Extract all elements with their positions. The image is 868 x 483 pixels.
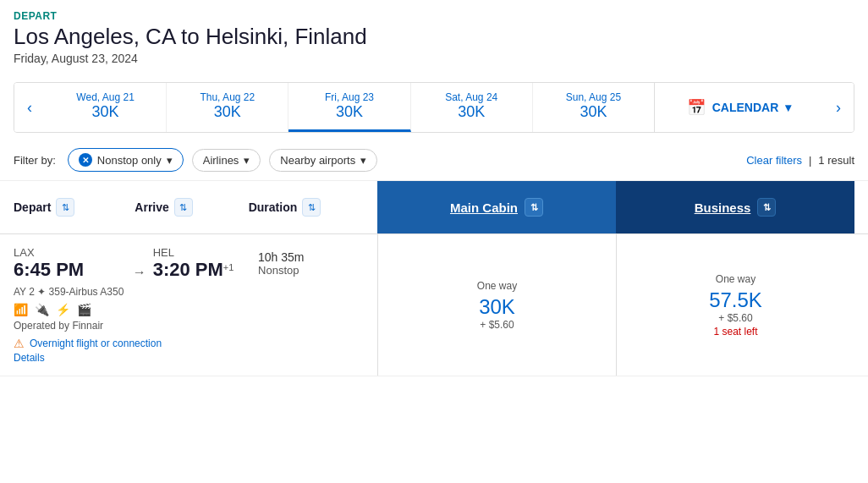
usb-icon: ⚡ xyxy=(56,303,70,316)
details-link[interactable]: Details xyxy=(14,352,377,364)
main-cabin-label: Main Cabin xyxy=(450,200,518,215)
flight-arrive-block: HEL 3:20 PM+1 xyxy=(153,246,258,281)
arrive-day-offset: +1 xyxy=(223,262,234,272)
nearby-airports-dropdown-icon: ▾ xyxy=(360,154,366,167)
business-price-points: 57.5K xyxy=(709,288,762,312)
separator: | xyxy=(809,154,811,167)
flight-row: LAX 6:45 PM → HEL 3:20 PM+1 10h 35m Nons… xyxy=(0,234,868,376)
amenity-icons: 📶 🔌 ⚡ 🎬 xyxy=(14,303,377,316)
date-cell-price-2: 30K xyxy=(292,103,406,121)
flight-duration-block: 10h 35m Nonstop xyxy=(258,250,377,277)
date-cell-label-2: Fri, Aug 23 xyxy=(292,91,406,103)
filter-bar: Filter by: ✕ Nonstop only ▾ Airlines ▾ N… xyxy=(0,140,868,181)
date-cell-price-3: 30K xyxy=(415,103,529,121)
date-cell-label-1: Thu, Aug 22 xyxy=(170,91,284,103)
flight-meta: AY 2 ✦ 359-Airbus A350 xyxy=(14,286,377,298)
date-cell-price-0: 30K xyxy=(48,103,162,121)
business-price-cash: + $5.60 xyxy=(718,312,752,324)
airlines-dropdown[interactable]: Airlines ▾ xyxy=(192,149,261,172)
clear-filters-link[interactable]: Clear filters xyxy=(746,154,802,167)
depart-time: 6:45 PM xyxy=(14,259,126,281)
arrow-icon: → xyxy=(133,265,146,280)
duration-sort-button[interactable]: ⇅ xyxy=(302,198,321,217)
airlines-label: Airlines xyxy=(203,154,239,167)
prev-date-button[interactable]: ‹ xyxy=(14,83,45,132)
remove-nonstop-icon[interactable]: ✕ xyxy=(79,153,92,167)
main-cabin-price-cell[interactable]: One way 30K + $5.60 xyxy=(377,234,616,376)
duration-col-label: Duration xyxy=(249,200,298,214)
depart-airport-code: LAX xyxy=(14,246,126,259)
nonstop-chip-label: Nonstop only xyxy=(97,154,162,167)
arrive-time: 3:20 PM xyxy=(153,259,223,280)
clear-filters-area: Clear filters | 1 result xyxy=(746,154,854,167)
nonstop-chip[interactable]: ✕ Nonstop only ▾ xyxy=(68,148,184,172)
main-cabin-price-points: 30K xyxy=(479,295,515,319)
route-date: Friday, August 23, 2024 xyxy=(0,52,868,75)
date-cell-1[interactable]: Thu, Aug 22 30K xyxy=(167,83,288,132)
depart-label: DEPART xyxy=(0,0,868,24)
flight-main-row: LAX 6:45 PM → HEL 3:20 PM+1 10h 35m Nons… xyxy=(14,246,377,281)
business-label: Business xyxy=(695,200,751,215)
flight-nonstop: Nonstop xyxy=(258,264,377,277)
business-sort-button[interactable]: ⇅ xyxy=(757,198,776,217)
price-cells: One way 30K + $5.60 One way 57.5K + $5.6… xyxy=(377,234,854,376)
flight-duration: 10h 35m xyxy=(258,250,377,264)
date-cell-4[interactable]: Sun, Aug 25 30K xyxy=(533,83,654,132)
depart-sort-button[interactable]: ⇅ xyxy=(56,198,74,217)
warning-icon: ⚠ xyxy=(14,337,25,350)
date-cell-3[interactable]: Sat, Aug 24 30K xyxy=(411,83,533,132)
flight-depart-block: LAX 6:45 PM xyxy=(14,246,126,281)
airlines-dropdown-icon: ▾ xyxy=(244,154,250,167)
arrive-time-container: 3:20 PM+1 xyxy=(153,259,258,281)
arrive-airport-code: HEL xyxy=(153,246,258,259)
result-count: 1 result xyxy=(818,154,854,167)
next-date-button[interactable]: › xyxy=(823,83,854,132)
arrive-sort-button[interactable]: ⇅ xyxy=(174,198,193,217)
date-cell-label-3: Sat, Aug 24 xyxy=(415,91,529,103)
business-price-cell[interactable]: One way 57.5K + $5.60 1 seat left xyxy=(616,234,854,376)
date-cell-price-1: 30K xyxy=(170,103,284,121)
duration-col-header: Duration ⇅ xyxy=(249,189,377,225)
operated-by: Operated by Finnair xyxy=(14,320,377,332)
arrive-col-header: Arrive ⇅ xyxy=(135,189,248,225)
nearby-airports-dropdown[interactable]: Nearby airports ▾ xyxy=(269,149,377,172)
business-one-way-label: One way xyxy=(716,273,755,285)
date-cells: Wed, Aug 21 30K Thu, Aug 22 30K Fri, Aug… xyxy=(45,83,654,132)
main-cabin-one-way-label: One way xyxy=(477,280,517,292)
arrive-col-label: Arrive xyxy=(135,200,168,214)
power-icon: 🔌 xyxy=(35,303,49,316)
calendar-strip: ‹ Wed, Aug 21 30K Thu, Aug 22 30K Fri, A… xyxy=(14,82,854,133)
business-header[interactable]: Business ⇅ xyxy=(616,181,854,233)
filter-by-label: Filter by: xyxy=(14,154,56,167)
calendar-dropdown-icon: ▾ xyxy=(785,101,791,114)
date-cell-0[interactable]: Wed, Aug 21 30K xyxy=(45,83,167,132)
main-cabin-header[interactable]: Main Cabin ⇅ xyxy=(377,181,616,233)
depart-col-header: Depart ⇅ xyxy=(14,189,135,225)
calendar-button[interactable]: 📅 CALENDAR ▾ xyxy=(654,83,823,132)
flight-info: LAX 6:45 PM → HEL 3:20 PM+1 10h 35m Nons… xyxy=(14,234,377,376)
results-header: Depart ⇅ Arrive ⇅ Duration ⇅ Main Cabin … xyxy=(0,181,868,234)
business-seats-left: 1 seat left xyxy=(713,326,757,338)
calendar-icon: 📅 xyxy=(687,98,706,117)
overnight-warning-text: Overnight flight or connection xyxy=(30,338,162,349)
main-cabin-price-cash: + $5.60 xyxy=(480,319,514,331)
entertainment-icon: 🎬 xyxy=(77,303,91,316)
flight-info-header: Depart ⇅ Arrive ⇅ Duration ⇅ xyxy=(14,181,377,233)
calendar-button-label: CALENDAR xyxy=(712,101,779,114)
nonstop-dropdown-icon: ▾ xyxy=(167,154,173,167)
date-cell-label-0: Wed, Aug 21 xyxy=(48,91,162,103)
cabin-headers: Main Cabin ⇅ Business ⇅ xyxy=(377,181,854,233)
date-cell-2[interactable]: Fri, Aug 23 30K xyxy=(288,83,410,132)
date-cell-price-4: 30K xyxy=(536,103,651,121)
main-cabin-sort-button[interactable]: ⇅ xyxy=(525,198,543,217)
date-cell-label-4: Sun, Aug 25 xyxy=(536,91,651,103)
wifi-icon: 📶 xyxy=(14,303,28,316)
nearby-airports-label: Nearby airports xyxy=(280,154,355,167)
overnight-warning[interactable]: ⚠ Overnight flight or connection xyxy=(14,337,377,350)
depart-col-label: Depart xyxy=(14,200,51,214)
route-title: Los Angeles, CA to Helsinki, Finland xyxy=(0,24,868,52)
